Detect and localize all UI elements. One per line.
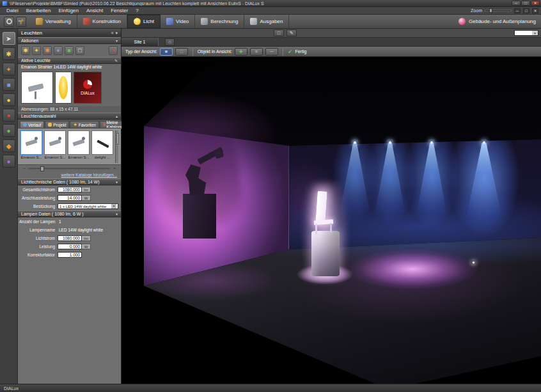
menu-hilfe[interactable]: ? [132, 8, 142, 13]
manufacturer-logo-thumbnail[interactable]: DIALux [74, 72, 102, 104]
collapse-icon[interactable]: ▾ [116, 212, 118, 216]
thumbnail-zoom-handle[interactable] [40, 166, 44, 171]
unit-label: lm [82, 235, 91, 241]
menu-datei[interactable]: Datei [3, 8, 22, 13]
list-item[interactable]: delight ... [91, 130, 113, 163]
zoom-slider[interactable] [485, 10, 512, 12]
unit-label: W [82, 244, 91, 249]
child-close-button[interactable]: ✕ [532, 8, 538, 13]
render-viewport[interactable] [122, 57, 541, 384]
gesamtlichtstrom-input[interactable]: 1080.000 [58, 187, 82, 192]
view-toolbar-top: □ ✎ ▾ [122, 29, 541, 38]
zoom-slider-handle[interactable] [489, 8, 492, 13]
field-korrekturfaktor: Korrekturfaktor 1.000 [18, 251, 121, 259]
zoom-out-icon[interactable]: − [23, 166, 26, 171]
building-planning-label[interactable]: Gebäude- und Außenplanung [469, 19, 536, 24]
bestueckung-dropdown[interactable]: 1 x LED 14W daylight white ▾ [58, 203, 118, 209]
menu-ansicht[interactable]: Ansicht [82, 8, 107, 13]
tool-scene-button[interactable]: ■ [3, 78, 15, 91]
object-list-button[interactable]: ≡ [250, 48, 263, 56]
copy-button[interactable]: □ [75, 46, 84, 55]
luminaire-photo-thumbnail[interactable] [21, 72, 53, 104]
view-3d-button[interactable]: ■ [160, 48, 173, 56]
menu-einfuegen[interactable]: Einfügen [54, 8, 82, 13]
edit-icon[interactable]: ✎ [114, 58, 118, 63]
spotlight-glow [430, 141, 433, 144]
section-lampen-daten[interactable]: Lampen Daten ( 1080 lm, 6 W ) ▾ [18, 210, 121, 217]
tab-verwaltung[interactable]: Verwaltung [30, 15, 77, 28]
tool-bulb-button[interactable]: ● [3, 93, 15, 106]
tab-site-1[interactable]: Site 1 [122, 38, 159, 46]
list-item[interactable]: Emanon S... [68, 130, 90, 163]
tab-verlauf[interactable]: Verlauf [20, 121, 44, 128]
menu-bearbeiten[interactable]: Bearbeiten [22, 8, 55, 13]
light-distribution-thumbnail[interactable] [55, 72, 72, 104]
scale-combo[interactable]: ▾ [514, 30, 538, 36]
collapse-icon[interactable]: ▾ [116, 180, 118, 184]
collapse-icon[interactable]: ▴ [116, 114, 118, 118]
close-button[interactable]: ✕ [531, 1, 540, 6]
site-settings-button[interactable]: ⌂ [165, 38, 175, 46]
section-aktionen[interactable]: Aktionen ▾ [18, 37, 121, 44]
section-aktive-leuchte[interactable]: Aktive Leuchte ✎ [18, 57, 121, 64]
group-button[interactable]: ■ [65, 46, 74, 55]
section-licht-daten[interactable]: Lichttechnische Daten ( 1080 lm, 14 W) ▾ [18, 178, 121, 185]
list-item[interactable]: Emanon S... [20, 130, 42, 163]
tool-filter-green-button[interactable]: ● [3, 124, 15, 137]
view-plan-button[interactable]: □ [175, 48, 188, 56]
tool-colour-button[interactable]: ● [3, 155, 15, 168]
settings-button[interactable] [4, 17, 14, 27]
add-object-button[interactable]: ✚ [235, 48, 247, 56]
anschlussleistung-input[interactable]: 14.000 [58, 195, 82, 201]
done-button[interactable]: Fertig [295, 49, 306, 54]
remove-object-button[interactable]: ─ [265, 48, 278, 56]
menu-fenster[interactable]: Fenster [107, 8, 132, 13]
child-minimize-button[interactable]: ─ [514, 8, 521, 13]
energy-icon: ◆ [6, 143, 12, 150]
replace-luminaire-button[interactable]: ● [54, 46, 63, 55]
tab-ausgaben[interactable]: Ausgaben [244, 15, 289, 28]
tab-konstruktion[interactable]: Konstruktion [77, 15, 127, 28]
thumbnail-zoom-slider[interactable] [28, 168, 111, 169]
section-leuchtenauswahl[interactable]: Leuchtenauswahl ▴ [18, 113, 121, 120]
spotlight-glow [483, 141, 485, 144]
delete-button[interactable]: ✕ [109, 46, 118, 55]
arrange-luminaires-button[interactable]: ✦ [32, 46, 41, 55]
zoom-in-icon[interactable]: + [113, 166, 116, 171]
more-catalogs-link[interactable]: weitere Kataloge hinzufügen... [61, 173, 117, 177]
scene-corner-edge [288, 146, 289, 249]
tool-spotlight-button[interactable]: ✦ [3, 63, 15, 75]
field-lichtstrom: Lichtstrom 1080.000 lm [18, 234, 121, 242]
list-item[interactable]: Emanon S... [44, 130, 66, 163]
panel-collapse-icon[interactable]: ▾ [115, 31, 118, 36]
place-luminaire-button[interactable]: ✱ [21, 46, 30, 55]
page-layout-button[interactable]: □ [274, 29, 284, 36]
leistung-input[interactable]: 0.000 [58, 244, 82, 249]
tools-button[interactable] [16, 17, 26, 27]
lichtstrom-input[interactable]: 1080.000 [58, 235, 82, 241]
view-tabs-row: Site 1 ⌂ [122, 38, 541, 47]
korrekturfaktor-input[interactable]: 1.000 [58, 252, 82, 258]
maximize-button[interactable]: □ [521, 1, 530, 6]
minimize-button[interactable]: ─ [512, 1, 521, 6]
list-scrollbar[interactable] [115, 130, 118, 163]
collapse-icon[interactable]: ▾ [116, 38, 118, 43]
field-gesamtlichtstrom: Gesamtlichtstrom 1080.000 lm [18, 185, 121, 194]
place-luminaire-icon: ✱ [23, 47, 28, 54]
tool-select-button[interactable]: ➤ [3, 32, 15, 45]
tab-licht[interactable]: Licht [127, 15, 161, 28]
tab-favoriten[interactable]: ★ Favoriten [70, 121, 98, 128]
tool-filter-red-button[interactable]: ● [3, 109, 15, 122]
minus-icon: ─ [270, 49, 273, 54]
tool-energy-button[interactable]: ◆ [3, 139, 15, 152]
unit-label: W [82, 195, 91, 201]
panel-menu-icon[interactable]: ≡ [111, 31, 113, 36]
child-restore-button[interactable]: □ [523, 8, 529, 13]
field-anschlussleistung: Anschlussleistung 14.000 W [18, 194, 121, 202]
tab-projekt[interactable]: Projekt [45, 121, 69, 128]
tool-luminaire-button[interactable]: ✱ [3, 47, 15, 60]
tab-video[interactable]: Video [161, 15, 195, 28]
edit-view-button[interactable]: ✎ [286, 29, 297, 36]
tab-berechnung[interactable]: Berechnung [195, 15, 244, 28]
field-arrangement-button[interactable]: ✱ [43, 46, 52, 55]
